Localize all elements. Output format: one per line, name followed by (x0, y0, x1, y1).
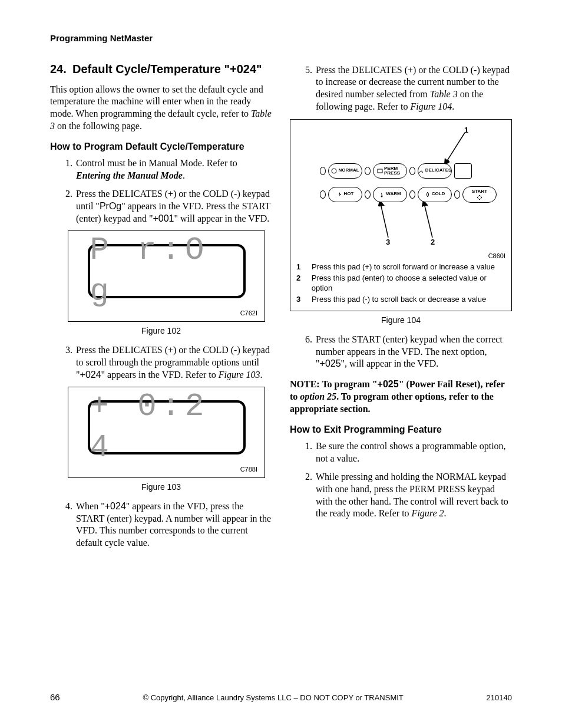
led-icon (454, 190, 460, 199)
program-step-4: When "+024" appears in the VFD, press th… (50, 500, 272, 549)
start-button: START (462, 186, 497, 203)
step-5: Press the DELICATES (+) or the COLD (-) … (315, 64, 512, 113)
figure-102-caption: Figure 102 (50, 325, 272, 336)
cold-button: COLD (418, 187, 452, 202)
normal-button: NORMAL (328, 163, 362, 179)
program-step-5: Press the DELICATES (+) or the COLD (-) … (290, 64, 512, 113)
section-title: 24. Default Cycle/Temperature "+024" (50, 62, 272, 77)
running-header: Programming NetMaster (50, 32, 512, 44)
led-icon (365, 167, 371, 175)
exit-steps: Be sure the control shows a programmable… (290, 440, 512, 520)
step-1: Control must be in Manual Mode. Refer to… (75, 157, 272, 182)
step-2: Press the DELICATES (+) or the COLD (-) … (75, 188, 272, 225)
svg-line-0 (445, 133, 465, 164)
section-number: 24. (50, 62, 72, 77)
program-step-3: Press the DELICATES (+) or the COLD (-) … (50, 344, 272, 381)
figure-103-caption: Figure 103 (50, 482, 272, 492)
led-icon (365, 190, 371, 199)
program-steps-1-2: Control must be in Manual Mode. Refer to… (50, 157, 272, 225)
perm-press-button: PERM PRESS (373, 163, 407, 179)
right-column: Press the DELICATES (+) or the COLD (-) … (290, 62, 512, 556)
step-4: When "+024" appears in the VFD, press th… (75, 500, 272, 549)
keypad-grid: NORMAL PERM PRESS DELI (320, 161, 497, 205)
figure-102: P r:O g C762I (68, 230, 265, 321)
blank-slot (454, 163, 472, 179)
svg-line-1 (424, 201, 432, 238)
section-title-text: Default Cycle/Temperature "+024" (72, 62, 262, 77)
svg-rect-4 (378, 169, 382, 173)
step-6: Press the START (enter) keypad when the … (315, 334, 512, 370)
lcd-display-102: P r:O g (88, 244, 246, 298)
figure-104: 1 2 3 (290, 119, 512, 311)
led-icon (320, 167, 326, 175)
exit-step-2: While pressing and holding the NORMAL ke… (315, 471, 512, 520)
copyright-text: © Copyright, Alliance Laundry Systems LL… (143, 693, 403, 703)
svg-line-2 (380, 201, 388, 238)
subhead-program: How to Program Default Cycle/Temperature (50, 141, 272, 153)
intro-paragraph: This option allows the owner to set the … (50, 84, 272, 133)
subhead-exit: How to Exit Programming Feature (290, 424, 512, 436)
warm-button: WARM (373, 187, 407, 202)
left-column: 24. Default Cycle/Temperature "+024" Thi… (50, 62, 272, 556)
svg-point-3 (332, 169, 336, 173)
figure-104-legend: 1Press this pad (+) to scroll forward or… (296, 262, 505, 305)
svg-point-5 (381, 195, 383, 197)
led-icon (409, 190, 415, 199)
page-number: 66 (50, 691, 60, 703)
delicates-button: DELICATES (418, 163, 452, 179)
lcd-display-103: + 0:2 4 (88, 400, 246, 454)
exit-step-1: Be sure the control shows a programmable… (315, 440, 512, 465)
figure-104-id: C860I (296, 252, 505, 260)
page-footer: 66 © Copyright, Alliance Laundry Systems… (50, 691, 512, 703)
table-ref: Table 3 (50, 108, 272, 131)
hot-button: HOT (328, 187, 362, 202)
figure-103: + 0:2 4 C788I (68, 387, 265, 477)
program-step-6: Press the START (enter) keypad when the … (290, 334, 512, 370)
led-icon (409, 167, 415, 175)
step-3: Press the DELICATES (+) or the COLD (-) … (75, 344, 272, 381)
note-paragraph: NOTE: To program "+025" (Power Fail Rese… (290, 378, 512, 415)
led-icon (320, 190, 326, 199)
figure-104-caption: Figure 104 (290, 315, 512, 325)
doc-number: 210140 (487, 693, 512, 703)
